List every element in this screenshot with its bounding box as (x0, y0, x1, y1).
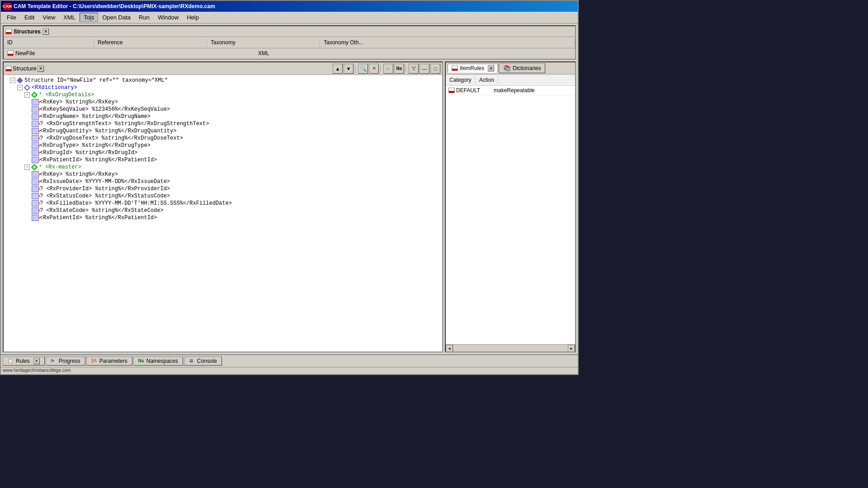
menu-run[interactable]: Run (135, 13, 154, 22)
tree-node-rxproviderid: ? <RxProviderId> %string%</RxProviderId> (5, 185, 440, 192)
tab-console[interactable]: 🖥 Console (184, 357, 222, 366)
expand-rxmaster[interactable]: − (24, 164, 30, 170)
rxkey2-icon (32, 171, 39, 178)
structure-panel-close[interactable]: ✕ (38, 66, 44, 72)
rules-row-0[interactable]: DEFAULT makeRepeatable (446, 86, 575, 95)
structures-flag-icon (5, 29, 12, 34)
rxdrugstrength-icon (32, 121, 39, 127)
rxdict-node-text: <RXdictionary> (32, 84, 77, 91)
structure-panel-title: Structure (13, 65, 37, 72)
toolbar-find-btn[interactable]: 🔍 (358, 64, 368, 74)
window-title: CAM Template Editor - C:\Users\dwebber\D… (14, 3, 215, 9)
namespaces-tab-icon: Ns (138, 358, 145, 364)
tree-node-rxfilleddate: ? <RxFilledDate> %YYYY-MM-DD'T'HH:MI:SS.… (5, 200, 440, 207)
title-bar: CAM CAM Template Editor - C:\Users\dwebb… (1, 1, 578, 12)
tab-rules-label: Rules (16, 358, 30, 364)
structures-panel: Structures ✕ ID Reference Taxonomy Taxon… (3, 25, 576, 60)
structure-tree[interactable]: − Structure ID="NewFile" ref="" taxonomy… (4, 75, 442, 352)
rxkey2-text: <RxKey> %string%</RxKey> (40, 171, 118, 178)
rxstatuscode-icon (32, 193, 39, 199)
tab-namespaces-label: Namespaces (146, 358, 178, 364)
tree-node-rxkeyseq: <RxKeySeqValue> %123456%</RxKeySeqValue> (5, 106, 440, 113)
app-icon: CAM (4, 3, 11, 10)
tree-node-rxdrugid: <RxDrugId> %string%</RxDrugId> (5, 149, 440, 156)
structure-flag-icon (5, 66, 12, 71)
col-id: ID (4, 38, 94, 47)
tab-progress-label: Progress (59, 358, 80, 364)
rxdrugid-text: <RxDrugId> %string%</RxDrugId> (40, 150, 137, 156)
row-taxonomy: XML (207, 49, 320, 57)
parameters-tab-icon: $A (91, 358, 98, 364)
rxkeyseq-text: <RxKeySeqValue> %123456%</RxKeySeqValue> (40, 106, 170, 113)
menu-file[interactable]: File (3, 13, 20, 22)
menu-window[interactable]: Window (154, 13, 183, 22)
content-area: Structure ✕ ▲ ▼ 🔍 ✕ ← Ns ▽ — □ (3, 61, 576, 352)
menu-open-data[interactable]: Open Data (98, 13, 135, 22)
tree-node-rxpatientid2: <RxPatientId> %string%</RxPatientId> (5, 214, 440, 221)
structures-table-header: ID Reference Taxonomy Taxonomy Oth... (4, 37, 575, 48)
toolbar-back-btn[interactable]: ← (383, 64, 393, 74)
toolbar-filter-btn[interactable]: ▽ (409, 64, 419, 74)
rxissuedate-icon (32, 178, 39, 185)
tab-parameters-label: Parameters (99, 358, 127, 364)
row-reference (94, 52, 207, 54)
rxproviderid-text: ? <RxProviderId> %string%</RxProviderId> (40, 186, 170, 192)
rxstatecode-text: ? <RxStateCode> %string%</RxStateCode> (40, 207, 164, 214)
structures-table-row[interactable]: NewFile XML (4, 48, 575, 59)
tab-itemrules[interactable]: ItemRules ✕ (448, 64, 498, 73)
row-flag-icon (7, 51, 14, 56)
scroll-right-arrow[interactable]: ► (568, 345, 575, 352)
tab-namespaces[interactable]: Ns Namespaces (133, 357, 183, 366)
rxdrugdose-text: ? <RxDrugDoseText> %string%</RxDrugDoseT… (40, 135, 183, 141)
tab-rules-close[interactable]: ✕ (33, 358, 40, 364)
rxpatientid1-icon (32, 157, 39, 163)
itemrules-close[interactable]: ✕ (488, 65, 494, 71)
structure-toolbar: Structure ✕ ▲ ▼ 🔍 ✕ ← Ns ▽ — □ (4, 62, 442, 75)
menu-edit[interactable]: Edit (20, 13, 38, 22)
rxdrugdetails-diamond-icon (31, 92, 38, 98)
tree-node-rxkey1: <RxKey> %string%</RxKey> (5, 99, 440, 106)
tab-parameters[interactable]: $A Parameters (86, 357, 132, 366)
tree-node-rxkey2: <RxKey> %string%</RxKey> (5, 171, 440, 178)
toolbar-clear-btn[interactable]: ✕ (369, 64, 379, 74)
tab-dictionaries[interactable]: 📚 Dictionaries (499, 63, 545, 73)
rxdrugqty-icon (32, 128, 39, 134)
tab-rules[interactable]: 📋 Rules ✕ (3, 357, 45, 366)
expand-root[interactable]: − (10, 78, 15, 83)
expand-rxdict[interactable]: − (17, 85, 23, 90)
rules-tab-icon: 📋 (8, 358, 14, 364)
expand-rxdrugdetails[interactable]: − (24, 92, 30, 98)
structures-panel-close[interactable]: ✕ (42, 28, 49, 35)
menu-help[interactable]: Help (183, 13, 203, 22)
rules-panel-header: ItemRules ✕ 📚 Dictionaries (446, 62, 575, 75)
rules-cell-action: makeRepeatable (491, 86, 575, 95)
itemrules-flag-icon (452, 66, 458, 71)
scroll-left-arrow[interactable]: ◄ (446, 345, 453, 352)
toolbar-ns-btn[interactable]: Ns (394, 64, 404, 74)
menu-tools[interactable]: Tols (80, 13, 98, 22)
rules-cell-category: DEFAULT (446, 86, 491, 95)
rules-table-header: Category Action (446, 75, 575, 86)
status-text: www.heritagechristiancollege.com (3, 368, 71, 373)
rxdrugstrength-text: ? <RxDrugStrengthText> %string%</RxDrugS… (40, 121, 209, 127)
rules-row-icon (448, 88, 455, 93)
rxproviderid-icon (32, 186, 39, 192)
rules-panel: ItemRules ✕ 📚 Dictionaries Category Acti… (445, 61, 576, 352)
toolbar-down-btn[interactable]: ▼ (344, 64, 354, 74)
tab-progress[interactable]: ⟳ Progress (46, 357, 85, 366)
itemrules-tab-label: ItemRules (460, 65, 484, 71)
structure-panel: Structure ✕ ▲ ▼ 🔍 ✕ ← Ns ▽ — □ (3, 61, 443, 352)
rxkey1-text: <RxKey> %string%</RxKey> (40, 99, 118, 105)
menu-xml[interactable]: XML (59, 13, 80, 22)
tree-node-rxdrugstrength: ? <RxDrugStrengthText> %string%</RxDrugS… (5, 120, 440, 127)
toolbar-up-btn[interactable]: ▲ (333, 64, 343, 74)
rules-content: Category Action DEFAULT makeRepeatable (446, 75, 575, 344)
root-node-text: Structure ID="NewFile" ref="" taxonomy="… (24, 77, 168, 84)
console-tab-icon: 🖥 (189, 358, 195, 364)
toolbar-min-btn[interactable]: — (420, 64, 429, 74)
rxdict-diamond-icon (24, 84, 30, 91)
toolbar-max-btn[interactable]: □ (430, 64, 440, 74)
app-window: CAM CAM Template Editor - C:\Users\dwebb… (0, 0, 579, 375)
horiz-scroll[interactable]: ◄ ► (446, 344, 575, 352)
menu-view[interactable]: View (38, 13, 59, 22)
